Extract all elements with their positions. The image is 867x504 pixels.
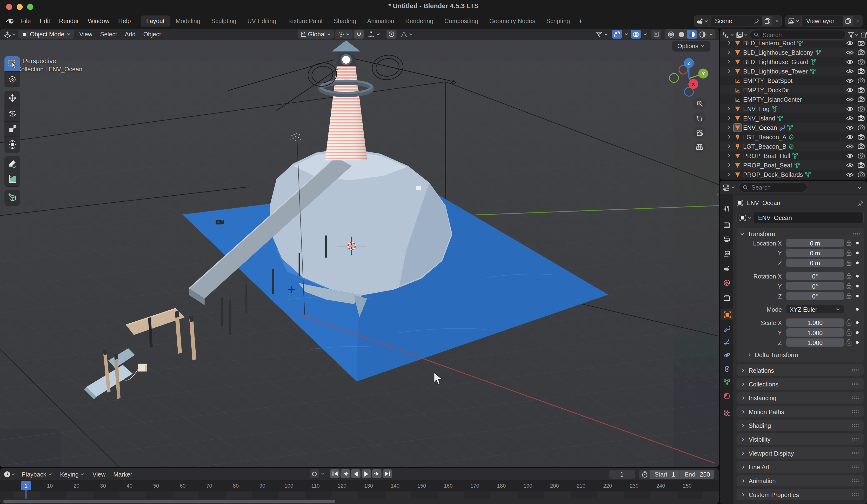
play-button[interactable] — [362, 469, 371, 478]
tool-transform[interactable] — [4, 137, 20, 152]
perspective-toggle-button[interactable] — [693, 141, 705, 153]
hide-viewport-eye-icon[interactable] — [846, 41, 854, 46]
shading-wireframe-button[interactable] — [666, 30, 676, 39]
panel-custom-properties[interactable]: Custom Properties — [736, 489, 864, 500]
panel-grip-icon[interactable] — [852, 423, 859, 427]
proportional-editing-toggle[interactable] — [386, 30, 396, 39]
view-layer-selector[interactable]: ViewLayer × — [785, 15, 863, 26]
lock-icon[interactable] — [844, 329, 854, 336]
show-gizmo-toggle[interactable] — [612, 30, 622, 39]
panel-grip-icon[interactable] — [852, 492, 859, 496]
viewport-menu-object[interactable]: Object — [140, 30, 165, 39]
panel-grip-icon[interactable] — [852, 437, 859, 441]
hide-viewport-eye-icon[interactable] — [846, 96, 854, 102]
outliner-item-lgt-beacon-a[interactable]: LGT_Beacon_A — [720, 132, 867, 141]
lock-icon[interactable] — [844, 319, 854, 326]
tool-move[interactable] — [4, 90, 20, 106]
tool-rotate[interactable] — [4, 106, 20, 122]
timeline-scrollbar[interactable] — [0, 499, 719, 504]
object-icon[interactable] — [737, 212, 754, 223]
new-collection-icon[interactable] — [860, 31, 867, 39]
scene-selector[interactable]: Scene × — [694, 15, 782, 26]
properties-search-input[interactable] — [750, 184, 803, 191]
timeline-menu-marker[interactable]: Marker — [109, 470, 136, 479]
timeline-menu-view[interactable]: View — [89, 470, 109, 479]
panel-collections[interactable]: Collections — [736, 378, 864, 390]
viewport-menu-select[interactable]: Select — [96, 30, 121, 39]
current-frame-field[interactable]: 1 — [609, 470, 635, 479]
camera-view-button[interactable] — [693, 127, 705, 139]
animate-dot[interactable] — [854, 294, 860, 297]
properties-tab-physics[interactable] — [721, 349, 732, 361]
panel-animation[interactable]: Animation — [736, 475, 864, 486]
properties-tab-object[interactable] — [721, 309, 733, 320]
timeline-menu-keying[interactable]: Keying — [56, 470, 89, 479]
panel-shading[interactable]: Shading — [736, 420, 864, 431]
expand-icon[interactable] — [727, 69, 732, 74]
disable-render-camera-icon[interactable] — [858, 96, 865, 102]
panel-line-art[interactable]: Line Art — [736, 461, 864, 473]
shading-solid-button[interactable] — [676, 30, 686, 39]
menu-edit[interactable]: Edit — [35, 16, 54, 26]
keying-popover-chevron[interactable] — [321, 471, 325, 476]
lock-icon[interactable] — [844, 339, 854, 346]
snap-settings-dropdown[interactable] — [365, 30, 383, 39]
tab-sculpting[interactable]: Sculpting — [206, 15, 242, 26]
menu-window[interactable]: Window — [83, 16, 114, 26]
tab-texture-paint[interactable]: Texture Paint — [282, 15, 328, 26]
transform-panel-header[interactable]: Transform — [740, 230, 860, 237]
proportional-falloff-dropdown[interactable] — [397, 30, 416, 39]
snap-toggle[interactable] — [354, 30, 364, 39]
tab-shading[interactable]: Shading — [328, 15, 362, 26]
animate-dot[interactable] — [854, 308, 860, 311]
value-field[interactable]: 0° — [786, 272, 844, 280]
expand-icon[interactable] — [727, 116, 732, 121]
animate-dot[interactable] — [854, 341, 860, 344]
timeline-channels[interactable] — [0, 492, 719, 499]
panel-grip-icon[interactable] — [852, 465, 859, 469]
expand-icon[interactable] — [727, 135, 732, 139]
properties-tab-modifiers[interactable] — [721, 323, 732, 334]
tab-uv-editing[interactable]: UV Editing — [242, 15, 282, 26]
outliner-item-empty-islandcenter[interactable]: EMPTY_IslandCenter — [720, 95, 867, 104]
lock-icon[interactable] — [844, 239, 854, 247]
panel-grip-icon[interactable] — [852, 479, 859, 483]
hide-viewport-eye-icon[interactable] — [846, 153, 854, 158]
properties-options-chevron[interactable] — [857, 185, 862, 190]
delta-transform-subpanel[interactable]: Delta Transform — [740, 352, 860, 358]
jump-to-end-button[interactable] — [383, 469, 392, 478]
tool-cursor[interactable] — [4, 72, 20, 87]
outliner-item-name[interactable]: BLD_Lighthouse_Guard — [743, 58, 809, 65]
tool-tweak-select-box[interactable] — [4, 56, 20, 72]
properties-tab-view-layer[interactable] — [721, 248, 732, 259]
scene-name[interactable]: Scene — [710, 18, 752, 24]
view-layer-name[interactable]: ViewLayer — [802, 18, 843, 24]
disable-render-camera-icon[interactable] — [858, 143, 865, 149]
expand-icon[interactable] — [727, 106, 732, 111]
properties-tab-constraints[interactable] — [721, 363, 732, 374]
object-visibility-dropdown[interactable] — [593, 30, 611, 39]
tab-scripting[interactable]: Scripting — [541, 15, 576, 26]
disable-render-camera-icon[interactable] — [858, 115, 865, 121]
editor-type-outliner-icon[interactable] — [722, 31, 734, 39]
blender-logo-icon[interactable] — [6, 17, 14, 25]
shading-material-preview-button[interactable] — [687, 30, 697, 39]
disable-render-camera-icon[interactable] — [858, 87, 865, 93]
value-field[interactable]: 1.000 — [786, 328, 844, 336]
jump-next-keyframe-button[interactable] — [372, 469, 382, 478]
lock-icon[interactable] — [844, 249, 854, 257]
tab-layout[interactable]: Layout — [141, 15, 170, 26]
unlink-scene-button[interactable]: × — [772, 16, 781, 26]
outliner-item-env-ocean[interactable]: ENV_Ocean — [720, 122, 867, 132]
menu-file[interactable]: File — [17, 16, 35, 26]
outliner-item-name[interactable]: PROP_Boat_Seat — [743, 162, 792, 169]
overlays-dropdown[interactable] — [642, 30, 649, 39]
outliner-item-name[interactable]: EMPTY_DockDir — [743, 86, 789, 93]
outliner[interactable]: BLD_Lantern_RoofBLD_Lighthouse_BalconyBL… — [720, 29, 867, 180]
outliner-item-name[interactable]: BLD_Lighthouse_Balcony — [743, 49, 813, 56]
value-field[interactable]: 0 m — [786, 249, 844, 257]
shading-dropdown[interactable] — [708, 30, 715, 39]
animate-dot[interactable] — [854, 242, 860, 244]
outliner-item-env-fog[interactable]: ENV_Fog — [720, 104, 867, 113]
outliner-item-name[interactable]: EMPTY_BoatSpot — [743, 77, 793, 84]
